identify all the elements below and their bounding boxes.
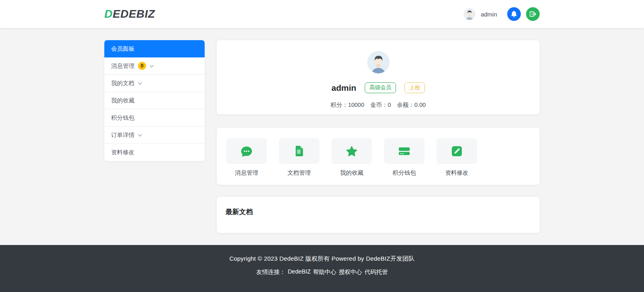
- logo[interactable]: DEDEBIZ: [104, 8, 155, 20]
- logout-button[interactable]: [526, 7, 540, 21]
- shortcut-label: 文档管理: [279, 169, 319, 177]
- notifications-button[interactable]: [507, 7, 521, 21]
- sidebar-item-favorites[interactable]: 我的收藏: [104, 92, 205, 109]
- profile-avatar[interactable]: [367, 51, 390, 74]
- avatar-image: [367, 51, 390, 74]
- bell-icon: [511, 11, 517, 17]
- friend-links-label: 友情连接：: [256, 268, 286, 276]
- sidebar-item-points-wallet[interactable]: 积分钱包: [104, 109, 205, 127]
- logo-text: EDEBIZ: [113, 8, 155, 20]
- chat-dots-icon: [241, 146, 252, 157]
- sidebar-item-label: 我的收藏: [111, 97, 134, 104]
- shortcut-label: 资料修改: [437, 169, 477, 177]
- link-help-center[interactable]: 帮助中心: [313, 268, 336, 276]
- link-code-hosting[interactable]: 代码托管: [364, 268, 388, 276]
- sidebar-item-label: 我的文档: [111, 80, 134, 87]
- sidebar-item-label: 资料修改: [111, 149, 134, 156]
- shortcut-label: 积分钱包: [384, 169, 425, 177]
- chevron-down-icon: [150, 65, 154, 67]
- shortcut-label: 我的收藏: [331, 169, 372, 177]
- shortcut-documents[interactable]: 文档管理: [279, 138, 319, 185]
- friend-links: 友情连接： DedeBIZ 帮助中心 授权中心 代码托管: [0, 268, 644, 276]
- sidebar-item-messages[interactable]: 消息管理 0: [104, 57, 205, 75]
- shortcut-points-wallet[interactable]: 积分钱包: [384, 138, 425, 185]
- link-license-center[interactable]: 授权中心: [339, 268, 362, 276]
- shortcut-messages[interactable]: 消息管理: [226, 138, 267, 185]
- shortcut-favorites[interactable]: 我的收藏: [331, 138, 372, 185]
- latest-docs-card: 最新文档: [217, 197, 540, 233]
- main-content: admin 高级会员 上校 积分：10000 金币：0 余额：0.00: [217, 40, 540, 233]
- logo-letter-d: D: [104, 8, 113, 20]
- avatar-image: [463, 8, 475, 20]
- copyright-text: Copyright © 2023 DedeBIZ 版权所有 Powered by…: [0, 255, 644, 263]
- shortcut-label: 消息管理: [226, 169, 267, 177]
- link-dedebiz[interactable]: DedeBIZ: [288, 268, 311, 276]
- sidebar-item-label: 会员面板: [111, 45, 134, 53]
- sidebar-menu: 会员面板 消息管理 0 我的文档 我的收藏 积分钱包 订: [104, 40, 205, 161]
- icon-box: [384, 138, 425, 164]
- rank-badge: 上校: [404, 82, 425, 93]
- profile-stats: 积分：10000 金币：0 余额：0.00: [217, 101, 540, 109]
- top-header: DEDEBIZ admin: [0, 0, 644, 28]
- icon-box: [331, 138, 372, 164]
- sidebar-item-order-details[interactable]: 订单详情: [104, 127, 205, 144]
- chevron-down-icon: [138, 82, 142, 85]
- unread-count-badge: 0: [138, 62, 146, 70]
- sidebar-item-label: 订单详情: [111, 131, 134, 139]
- username: admin: [481, 11, 497, 18]
- profile-username: admin: [331, 83, 356, 93]
- member-level-badge: 高级会员: [365, 82, 396, 93]
- profile-card: admin 高级会员 上校 积分：10000 金币：0 余额：0.00: [217, 40, 540, 114]
- sidebar-item-profile-edit[interactable]: 资料修改: [104, 144, 205, 161]
- shortcut-profile-edit[interactable]: 资料修改: [437, 138, 477, 185]
- document-icon: [294, 146, 305, 156]
- footer: Copyright © 2023 DedeBIZ 版权所有 Powered by…: [0, 245, 644, 292]
- user-avatar[interactable]: [463, 8, 475, 20]
- latest-docs-title: 最新文档: [226, 207, 531, 216]
- icon-box: [437, 138, 477, 164]
- stat-points: 积分：10000: [331, 101, 364, 109]
- sidebar-item-my-documents[interactable]: 我的文档: [104, 75, 205, 92]
- credit-card-icon: [399, 146, 410, 157]
- stat-gold: 金币：0: [370, 101, 391, 109]
- shortcuts-card: 消息管理 文档管理: [217, 128, 540, 185]
- page-body: 会员面板 消息管理 0 我的文档 我的收藏 积分钱包 订: [0, 28, 644, 245]
- stat-balance: 余额：0.00: [397, 101, 426, 109]
- pencil-square-icon: [452, 146, 462, 156]
- chevron-down-icon: [138, 134, 142, 137]
- icon-box: [279, 138, 319, 164]
- sidebar-item-label: 消息管理: [111, 62, 134, 70]
- star-icon: [346, 146, 357, 157]
- sidebar-item-member-panel[interactable]: 会员面板: [104, 40, 205, 57]
- sidebar: 会员面板 消息管理 0 我的文档 我的收藏 积分钱包 订: [104, 40, 205, 233]
- box-arrow-right-icon: [530, 11, 536, 17]
- sidebar-item-label: 积分钱包: [111, 114, 134, 122]
- icon-box: [226, 138, 267, 164]
